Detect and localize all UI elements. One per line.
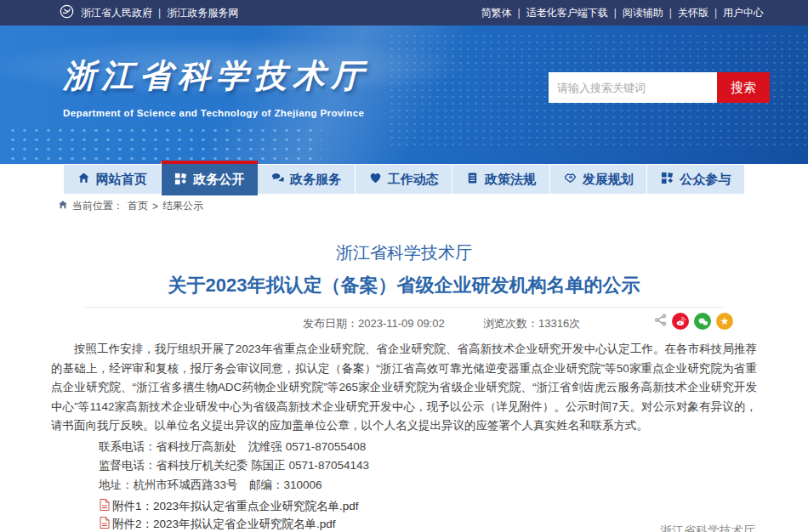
qzone-star-glyph: ★ — [720, 316, 730, 326]
participation-icon — [661, 172, 674, 187]
publish-date-label: 发布日期： — [303, 317, 358, 330]
gov-portal-icon — [60, 4, 74, 22]
article-paragraph: 按照工作安排，我厅组织开展了2023年省重点企业研究院、省企业研究院、省高新技术… — [51, 340, 757, 436]
topbar-link[interactable]: 浙江政务服务网 — [152, 6, 238, 20]
breadcrumb-prefix: 当前位置： — [72, 199, 123, 213]
nav-label: 政务公开 — [193, 172, 244, 188]
gov-open-icon — [174, 173, 187, 188]
nav-item-gov-services[interactable]: 政务服务 — [258, 165, 355, 194]
nav-item-work-news[interactable]: 工作动态 — [355, 165, 452, 194]
share-icon[interactable] — [654, 314, 667, 329]
site-banner: 浙江省科学技术厅 Department of Science and Techn… — [0, 25, 808, 164]
nav-item-development-plans[interactable]: 发展规划 — [549, 165, 647, 194]
search-input[interactable] — [549, 72, 717, 103]
attachment-link[interactable]: 附件2：2023年拟认定省企业研究院名单.pdf — [112, 517, 336, 532]
article-title-main: 关于2023年拟认定（备案）省级企业研发机构名单的公示 — [51, 273, 757, 298]
nav-label: 发展规划 — [583, 172, 634, 188]
breadcrumb-link-home[interactable]: 首页 — [128, 199, 148, 213]
home-icon — [77, 172, 90, 187]
topbar-right-links: 简繁体适老化客户端下载阅读辅助关怀版用户中心 — [481, 6, 765, 20]
banner-dots-decoration — [7, 126, 321, 161]
article-meta-row: 发布日期：2023-11-09 09:02 浏览次数：13316次 — [51, 308, 757, 335]
weibo-icon[interactable] — [672, 313, 689, 330]
main-navigation: 网站首页 政务公开 政务服务 工作动态 — [64, 165, 744, 194]
attachment-link[interactable]: 附件1：2023年拟认定省重点企业研究院名单.pdf — [112, 499, 359, 514]
topbar-link[interactable]: 关怀版 — [663, 6, 708, 20]
contact-line: 地址：杭州市环城西路33号 邮编：310006 — [99, 476, 757, 495]
topbar-link[interactable]: 用户中心 — [708, 6, 764, 20]
article-title-agency: 浙江省科学技术厅 — [51, 241, 757, 264]
attachment-item: 附件1：2023年拟认定省重点企业研究院名单.pdf — [100, 497, 757, 515]
qzone-icon[interactable]: ★ — [716, 313, 733, 330]
article-content: 浙江省科学技术厅 关于2023年拟认定（备案）省级企业研发机构名单的公示 发布日… — [51, 229, 757, 532]
pdf-icon — [100, 499, 110, 514]
nav-item-policies[interactable]: 政策法规 — [452, 165, 549, 194]
pdf-icon — [100, 517, 110, 532]
article-signature: 浙江省科学技术厅 — [660, 524, 755, 532]
attachment-list: 附件1：2023年拟认定省重点企业研究院名单.pdf 附件2：2023年拟认定省… — [51, 497, 757, 532]
nav-label: 政务服务 — [290, 172, 341, 188]
view-count-value: 13316次 — [538, 317, 580, 330]
contact-line: 联系电话：省科技厅高新处 沈维强 0571-87055408 — [99, 438, 757, 457]
nav-item-public-participation[interactable]: 公众参与 — [646, 165, 744, 194]
breadcrumb-home-icon — [58, 200, 68, 212]
heart-icon — [369, 172, 382, 187]
site-brand: 浙江省科学技术厅 Department of Science and Techn… — [63, 54, 369, 118]
topbar-link[interactable]: 适老化客户端下载 — [512, 6, 608, 20]
attachment-item: 附件2：2023年拟认定省企业研究院名单.pdf — [100, 515, 757, 532]
topbar-left-links: 浙江省人民政府浙江政务服务网 — [81, 6, 238, 20]
site-subtitle-english: Department of Science and Technology of … — [63, 108, 369, 118]
view-count-label: 浏览次数： — [483, 317, 538, 330]
nav-label: 政策法规 — [485, 172, 536, 188]
publish-date: 发布日期：2023-11-09 09:02 — [303, 316, 445, 331]
topbar-left-group: 浙江省人民政府浙江政务服务网 — [60, 4, 238, 22]
topbar-link[interactable]: 浙江省人民政府 — [81, 6, 152, 20]
contact-info: 联系电话：省科技厅高新处 沈维强 0571-87055408监督电话：省科技厅机… — [51, 438, 757, 495]
chat-bubbles-icon — [271, 172, 284, 187]
topbar-link[interactable]: 阅读辅助 — [608, 6, 663, 20]
nav-item-gov-open[interactable]: 政务公开 — [161, 161, 259, 195]
publish-date-value: 2023-11-09 09:02 — [358, 317, 445, 330]
nav-item-home[interactable]: 网站首页 — [64, 165, 161, 194]
handshake-icon — [564, 172, 577, 187]
nav-label: 工作动态 — [388, 172, 439, 188]
site-title-calligraphy: 浙江省科学技术厅 — [63, 54, 369, 98]
share-buttons: ★ — [654, 313, 733, 330]
breadcrumb-current[interactable]: 结果公示 — [162, 199, 203, 213]
document-icon — [466, 172, 479, 187]
search-button[interactable]: 搜索 — [717, 72, 770, 103]
nav-label: 公众参与 — [680, 172, 731, 188]
view-count: 浏览次数：13316次 — [483, 316, 580, 331]
breadcrumb-separator: > — [152, 201, 158, 212]
wechat-icon[interactable] — [694, 313, 711, 330]
site-search: 搜索 — [549, 72, 770, 103]
nav-label: 网站首页 — [96, 172, 147, 188]
topbar-link[interactable]: 简繁体 — [481, 6, 512, 20]
top-utility-bar: 浙江省人民政府浙江政务服务网 简繁体适老化客户端下载阅读辅助关怀版用户中心 — [0, 0, 808, 25]
contact-line: 监督电话：省科技厅机关纪委 陈国正 0571-87054143 — [99, 456, 757, 476]
breadcrumb: 当前位置： 首页 > 结果公示 — [58, 199, 203, 213]
